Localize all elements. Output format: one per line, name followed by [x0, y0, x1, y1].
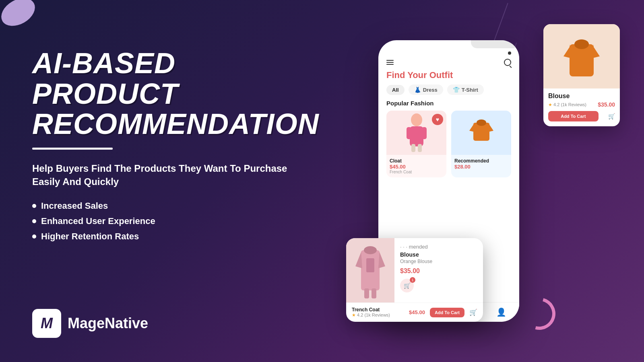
bullet-dot-3 [32, 234, 36, 239]
hamburger-menu[interactable] [386, 60, 394, 65]
svg-rect-14 [366, 258, 374, 272]
left-content: AI-BASED PRODUCT RECOMMENDATION Help Buy… [32, 48, 314, 247]
logo-name: MageNative [68, 315, 148, 332]
product-card-2[interactable]: Recommended $28.00 [451, 111, 511, 177]
filter-tab-dress[interactable]: 👗 Dress [409, 84, 443, 95]
product-name-1: Cloat [390, 158, 443, 164]
blouse-card-body: Blouse ★ 4.2 (1k Reviews) $35.00 Add To … [543, 88, 620, 121]
blouse-rating: ★ 4.2 (1k Reviews) [548, 102, 586, 107]
cart-badge: 1 [410, 277, 415, 283]
title-divider [32, 148, 113, 150]
logo-box: M [32, 309, 61, 338]
nav-profile-icon[interactable]: 👤 [496, 307, 506, 317]
trench-card-info: · · · mended Blouse Orange Blouse $35.00… [394, 238, 483, 302]
trench-footer-price: $45.00 [409, 309, 425, 315]
blouse-svg [561, 30, 602, 82]
section-popular-fashion: Popular Fashion [378, 100, 519, 111]
product-price-1: $45.00 [390, 164, 443, 170]
phone-area: Find Your Outfit All 👗 Dress 👕 T-Shirt P… [346, 16, 620, 346]
blouse-action-row: Add To Cart 🛒 [548, 111, 615, 121]
trench-card-inner: · · · mended Blouse Orange Blouse $35.00… [346, 238, 483, 302]
bullet-dot-1 [32, 204, 36, 208]
svg-point-13 [364, 246, 377, 254]
blouse-cart-icon[interactable]: 🛒 [608, 113, 615, 119]
filter-tabs: All 👗 Dress 👕 T-Shirt [378, 84, 519, 100]
recommended-label: · · · mended [400, 244, 477, 250]
status-indicator [508, 51, 511, 55]
filter-tab-tshirt[interactable]: 👕 T-Shirt [447, 84, 484, 95]
product-card-1[interactable]: ♥ Cloat $45.00 French Coat [386, 111, 446, 177]
benefit-item-3: Higher Retention Rates [32, 231, 314, 242]
trench-add-to-cart-button[interactable]: Add To Cart [430, 308, 464, 317]
logo-icon: M [41, 315, 53, 332]
products-grid: ♥ Cloat $45.00 French Coat [378, 111, 519, 177]
subtitle: Help Buyers Find The Products They Want … [32, 162, 314, 189]
product-info-1: Cloat $45.00 French Coat [386, 155, 446, 177]
trench-cart-icon[interactable]: 🛒 [469, 309, 477, 316]
svg-rect-1 [410, 126, 423, 146]
trench-footer-action: $45.00 Add To Cart 🛒 [409, 307, 477, 318]
trench-card-footer: Trench Coat ★ 4.2 (1k Reviews) $45.00 Ad… [346, 302, 483, 322]
benefit-list: Increased Sales Enhanced User Experience… [32, 201, 314, 242]
trench-svg [352, 242, 388, 298]
blouse-rec-price: $35.00 [400, 267, 477, 275]
svg-rect-5 [418, 144, 422, 152]
product-sub-1: French Coat [390, 170, 443, 174]
card-float-blouse: Blouse ★ 4.2 (1k Reviews) $35.00 Add To … [543, 24, 620, 126]
benefit-item-2: Enhanced User Experience [32, 216, 314, 226]
svg-rect-11 [364, 288, 369, 298]
tshirt-svg [467, 113, 495, 153]
blouse-product-image [543, 24, 620, 88]
product-info-2: Recommended $28.00 [451, 155, 511, 173]
logo-area: M MageNative [32, 309, 148, 338]
svg-point-9 [574, 39, 589, 49]
blouse-rating-row: ★ 4.2 (1k Reviews) $35.00 [548, 101, 615, 108]
blouse-rec-sub: Orange Blouse [400, 259, 477, 264]
blouse-product-name: Blouse [548, 93, 615, 100]
blouse-rec-cart-button[interactable]: 🛒 1 [400, 279, 414, 292]
fashion-figure-svg [402, 113, 431, 153]
svg-point-0 [411, 113, 422, 126]
trench-footer-info: Trench Coat ★ 4.2 (1k Reviews) [352, 307, 390, 318]
filter-tab-all[interactable]: All [386, 85, 405, 95]
card-float-trench: · · · mended Blouse Orange Blouse $35.00… [346, 238, 483, 322]
phone-app-title: Find Your Outfit [378, 70, 519, 84]
svg-rect-3 [422, 127, 427, 139]
title-line-1: AI-BASED PRODUCT [32, 48, 314, 109]
blouse-rec-name: Blouse [400, 251, 477, 258]
search-icon[interactable] [504, 59, 511, 66]
heart-button[interactable]: ♥ [432, 114, 443, 125]
phone-header [378, 55, 519, 70]
blouse-add-to-cart-button[interactable]: Add To Cart [548, 111, 599, 121]
benefit-item-1: Increased Sales [32, 201, 314, 211]
product-name-2: Recommended [454, 158, 508, 164]
trench-footer-rating: ★ 4.2 (1k Reviews) [352, 313, 390, 318]
blouse-price: $35.00 [598, 101, 615, 108]
product-price-2: $28.00 [454, 164, 508, 170]
svg-rect-4 [411, 144, 415, 152]
svg-rect-2 [407, 127, 411, 139]
phone-notch [471, 40, 519, 48]
svg-rect-12 [372, 288, 376, 298]
svg-point-7 [477, 119, 486, 126]
main-title: AI-BASED PRODUCT RECOMMENDATION [32, 48, 314, 140]
trench-product-image [346, 238, 394, 302]
bullet-dot-2 [32, 219, 36, 223]
title-line-2: RECOMMENDATION [32, 109, 314, 140]
product-image-2 [451, 111, 511, 155]
decorative-blob-1 [0, 0, 40, 31]
phone-status-bar [378, 48, 519, 55]
trench-footer-name: Trench Coat [352, 307, 390, 313]
